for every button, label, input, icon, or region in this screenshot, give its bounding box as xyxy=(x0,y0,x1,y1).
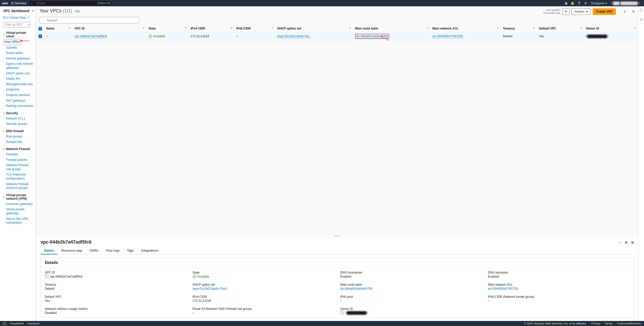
sidebar-item-internet-gateways[interactable]: Internet gateways xyxy=(3,56,34,62)
col-default-vpc[interactable]: Default VPC▽ xyxy=(537,25,584,32)
field-label: IPv6 pool xyxy=(340,295,482,299)
view-mode-2-icon[interactable]: ◧ xyxy=(625,241,628,244)
col-name[interactable]: Name▽ xyxy=(44,25,73,32)
dhcp-link[interactable]: dopt-02c3b023ae9c76a41 xyxy=(193,287,228,290)
actions-button[interactable]: Actions ▾ xyxy=(571,8,591,15)
sidebar-group-header[interactable]: Virtual private cloud xyxy=(3,31,34,38)
sidebar-item-customer-gateways[interactable]: Customer gateways xyxy=(3,201,34,207)
sidebar-item-endpoints[interactable]: Endpoints xyxy=(3,87,34,93)
view-mode-1-icon[interactable]: ▭ xyxy=(619,241,622,244)
grid-icon xyxy=(11,2,14,5)
tab-tags[interactable]: Tags xyxy=(123,247,138,254)
sidebar-item-elastic-ips[interactable]: Elastic IPs xyxy=(3,76,34,82)
tab-resource-map[interactable]: Resource map xyxy=(58,247,86,254)
tab-details[interactable]: Details xyxy=(41,247,58,254)
col-vpc-id[interactable]: VPC ID▽ xyxy=(73,25,147,32)
view-mode-3-icon[interactable]: ▦ xyxy=(631,241,634,244)
field-value: Disabled xyxy=(45,311,187,315)
sidebar-item-route-tables[interactable]: Route tables xyxy=(3,50,34,56)
pane-splitter[interactable] xyxy=(37,235,638,238)
table-search-input[interactable] xyxy=(40,17,139,23)
field-value: – xyxy=(340,299,482,303)
copy-icon[interactable] xyxy=(340,311,344,315)
cell-tenancy: Default xyxy=(501,32,537,40)
detail-title: vpc-044b2b7a47adf5fc6 xyxy=(41,240,91,245)
sidebar-item-dhcp-option-sets[interactable]: DHCP option sets xyxy=(3,71,34,76)
tab-integrations[interactable]: Integrations xyxy=(138,247,162,254)
sidebar-item-firewall-policies[interactable]: Firewall policies xyxy=(3,157,34,163)
sidebar-item-site-to-site-vpn-connections[interactable]: Site-to-Site VPN connections xyxy=(3,216,34,226)
col-state[interactable]: State▽ xyxy=(147,25,189,32)
terms-link[interactable]: Terms xyxy=(605,322,613,325)
sidebar-item-tls-inspection-configurations[interactable]: TLS inspection configurations xyxy=(3,172,34,181)
chevron-down-icon: ▾ xyxy=(586,10,588,13)
select-all-checkbox[interactable]: ✓ xyxy=(39,27,42,31)
ec2-global-view-link[interactable]: EC2 Global View↗ xyxy=(3,16,29,19)
sidebar-item-endpoint-services[interactable]: Endpoint services xyxy=(3,93,34,98)
sidebar-group-header[interactable]: DNS firewall xyxy=(3,129,34,133)
col-tenancy[interactable]: Tenancy▽ xyxy=(501,25,537,32)
sidebar-item-managed-prefix-lists[interactable]: Managed prefix lists xyxy=(3,82,34,87)
notifications-icon[interactable]: 🔔 xyxy=(569,1,576,6)
sidebar-item-security-groups[interactable]: Security groups xyxy=(3,121,34,127)
col-ipv6-cidr[interactable]: IPv6 CIDR▽ xyxy=(234,25,275,32)
sidebar-item-your-vpcs[interactable]: Your VPCs xyxy=(3,39,21,45)
help-icon[interactable]: ❔ xyxy=(576,1,582,6)
sidebar-item-network-firewall-rule-groups[interactable]: Network Firewall rule groups xyxy=(3,163,34,172)
prev-page-button[interactable]: 〈 xyxy=(619,10,622,14)
cloudshell-icon[interactable]: ▣ xyxy=(563,1,569,6)
activity-panel-icon[interactable]: ◷ xyxy=(640,18,642,21)
info-link[interactable]: Info xyxy=(75,10,80,13)
sidebar-item-firewalls[interactable]: Firewalls xyxy=(3,152,34,157)
create-vpc-button[interactable]: Create VPC xyxy=(593,8,616,15)
cookie-link[interactable]: Cookie preferences xyxy=(617,322,641,325)
sidebar-group-header[interactable]: Network Firewall xyxy=(3,147,34,151)
col-main-network-acl[interactable]: Main network ACL▽ xyxy=(430,25,501,32)
cell-ipv6: – xyxy=(234,32,275,40)
sidebar-group-header[interactable]: Virtual private network (VPN) xyxy=(3,193,34,200)
table-settings-icon[interactable]: ⚙ xyxy=(632,10,635,13)
cloudshell-icon[interactable]: > xyxy=(3,322,6,325)
filter-by-vpc-select[interactable]: Filter by VPC▾ xyxy=(3,22,31,27)
account-menu[interactable]: C███ ████████ ▾ xyxy=(609,2,642,5)
route-link[interactable]: rtb-08baf8c04a9e44796 xyxy=(340,287,372,290)
sidebar-item-network-acls[interactable]: Network ACLs xyxy=(3,116,34,122)
refresh-button[interactable]: ⟳ xyxy=(562,8,569,15)
chevron-down-icon: ▾ xyxy=(27,23,29,26)
cloudshell-link[interactable]: CloudShell xyxy=(10,322,23,325)
sidebar-item-egress-only-internet-gateways[interactable]: Egress-only internet gateways xyxy=(3,61,34,71)
services-menu[interactable]: Services xyxy=(11,2,26,5)
route-table-link[interactable]: rtb-08baf8c04a9e44796 xyxy=(356,35,388,38)
col-ipv4-cidr[interactable]: IPv4 CIDR▽ xyxy=(189,25,234,32)
sidebar-item-network-firewall-resource-groups[interactable]: Network Firewall resource groups xyxy=(3,182,34,191)
next-page-button[interactable]: 〉 xyxy=(627,10,630,14)
tab-flow-logs[interactable]: Flow logs xyxy=(102,247,123,254)
col-dhcp-option-set[interactable]: DHCP option set▽ xyxy=(275,25,353,32)
field-value: vpc-044b2b7a47adf5fc6 xyxy=(50,275,82,278)
col-owner-id[interactable]: Owner ID▽ xyxy=(584,25,638,32)
close-icon[interactable]: ✕ xyxy=(32,9,34,13)
feedback-link[interactable]: Feedback xyxy=(27,322,40,325)
sidebar-item-domain-lists[interactable]: Domain lists xyxy=(3,139,34,145)
sidebar-item-peering-connections[interactable]: Peering connections xyxy=(3,103,34,109)
privacy-link[interactable]: Privacy xyxy=(591,322,600,325)
vpc-id-link[interactable]: vpc-044b2b7a47adf5fc6 xyxy=(75,35,107,38)
sidebar-item-nat-gateways[interactable]: NAT gateways xyxy=(3,98,34,104)
sidebar-item-virtual-private-gateways[interactable]: Virtual private gateways xyxy=(3,207,34,216)
aws-logo[interactable]: aws xyxy=(2,1,8,5)
sidebar-item-rule-groups[interactable]: Rule groups xyxy=(3,134,34,139)
copy-icon[interactable] xyxy=(45,275,48,278)
table-row[interactable]: ✓ – vpc-044b2b7a47adf5fc6 Available 172.… xyxy=(37,32,638,40)
acl-link[interactable]: acl-09445f5d37907f2fc xyxy=(488,287,519,290)
row-checkbox[interactable]: ✓ xyxy=(39,35,42,38)
page-title: Your VPCs (1/1) Info xyxy=(40,8,80,14)
dhcp-link[interactable]: dopt-02c3b023ae9c76a... xyxy=(277,35,312,38)
settings-icon[interactable]: ⚙ xyxy=(582,1,589,6)
sidebar-group-header[interactable]: Security xyxy=(3,111,34,115)
region-selector[interactable]: Singapore ▾ xyxy=(589,2,609,5)
acl-link[interactable]: acl-09445f5d37907f2fc xyxy=(432,35,463,38)
info-panel-icon[interactable]: ⓘ xyxy=(640,8,643,13)
sidebar-item-subnets[interactable]: Subnets xyxy=(3,45,34,51)
tab-cidrs[interactable]: CIDRs xyxy=(86,247,102,254)
col-main-route-table[interactable]: Main route table▽ xyxy=(353,25,430,32)
